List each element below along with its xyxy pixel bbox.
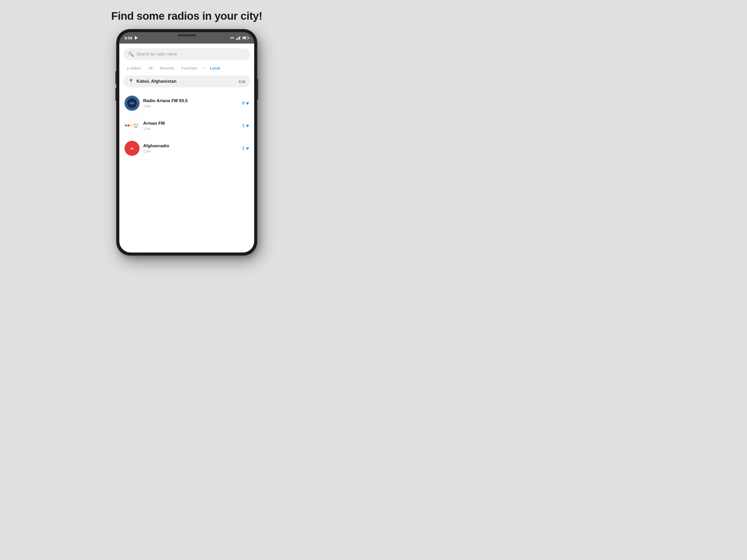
radio-info-ariana: Radio Ariana FM 93.5 128k [143,98,239,108]
radio-favorites-afghan[interactable]: 1 ♥ [242,145,249,152]
location-bar[interactable]: 📍 Kabul, Afghanistan Edit [124,76,250,87]
media-playing-icon [135,36,138,40]
volume-down-button [115,88,117,101]
radio-bitrate: 128k [143,104,239,108]
radio-name: Afghanradio [143,143,239,149]
search-bar[interactable]: 🔍 Search by radio name [124,48,250,60]
radio-logo-ariana: atn [125,96,139,111]
volume-up-button [115,71,117,84]
tabs-row: p radios All Recents Favorites → Local [124,64,250,72]
radio-name: Radio Ariana FM 93.5 [143,98,239,103]
radio-logo-arman: آرمان FM [125,118,139,133]
location-pin-icon: 📍 [128,79,134,84]
radio-info-arman: Arman FM 128k [143,121,239,131]
location-edit-button[interactable]: Edit [239,79,246,84]
tab-arrow-icon: → [201,66,205,71]
status-bar: 8:59 ▾▾ [119,32,254,44]
radio-item[interactable]: آرمان FM Arman FM 128k 1 ♥ [124,114,250,137]
signal-icon [236,36,240,40]
tab-favorites[interactable]: Favorites [178,64,201,72]
heart-icon: ♥ [246,145,249,152]
favorites-count: 1 [242,146,244,151]
favorites-count: 1 [242,123,244,128]
radio-favorites-arman[interactable]: 1 ♥ [242,123,249,129]
favorites-count: 0 [242,101,244,106]
radio-bitrate: 128k [143,149,239,153]
search-placeholder: Search by radio name [136,52,177,56]
battery-icon [242,36,249,39]
phone-screen: 8:59 ▾▾ [119,32,254,252]
page-title: Find some radios in your city! [111,10,262,22]
tab-local[interactable]: Local [206,64,224,72]
status-icons-group: ▾▾ [230,36,249,40]
tab-all[interactable]: All [145,64,156,72]
location-info: 📍 Kabul, Afghanistan [128,79,176,84]
search-icon: 🔍 [128,51,134,57]
radio-item[interactable]: atn Radio Ariana FM 93.5 128k 0 ♥ [124,92,250,114]
tab-top-radios[interactable]: p radios [124,64,145,72]
radio-favorites-ariana[interactable]: 0 ♥ [242,100,249,106]
status-time-group: 8:59 [125,36,138,40]
tab-recents[interactable]: Recents [156,64,178,72]
radio-item[interactable]: ar Afghanradio 128k 1 ♥ [124,137,250,160]
radio-name: Arman FM [143,121,239,126]
radio-list: atn Radio Ariana FM 93.5 128k 0 ♥ [124,92,250,160]
heart-icon: ♥ [246,100,249,106]
radio-info-afghan: Afghanradio 128k [143,143,239,153]
phone-speaker [178,34,196,36]
app-content: 🔍 Search by radio name p radios All Rece… [119,44,254,160]
location-name: Kabul, Afghanistan [136,79,176,84]
heart-icon: ♥ [246,123,249,129]
clock-display: 8:59 [125,36,132,40]
power-button [257,79,258,100]
wifi-icon: ▾▾ [230,36,234,40]
phone-mockup: 8:59 ▾▾ [117,30,257,255]
radio-logo-afghan: ar [125,141,139,156]
radio-bitrate: 128k [143,127,239,131]
